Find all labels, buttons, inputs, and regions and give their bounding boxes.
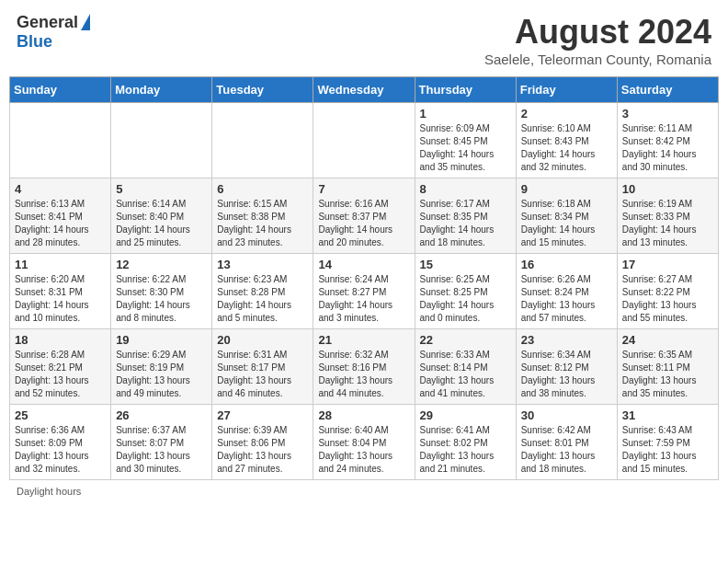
day-info: Sunrise: 6:09 AM Sunset: 8:45 PM Dayligh…	[420, 122, 511, 174]
day-info: Sunrise: 6:14 AM Sunset: 8:40 PM Dayligh…	[116, 198, 207, 249]
calendar-day-header: Tuesday	[212, 77, 313, 103]
day-number: 15	[420, 258, 511, 271]
calendar-day-cell: 25Sunrise: 6:36 AM Sunset: 8:09 PM Dayli…	[10, 405, 111, 480]
calendar-day-cell: 27Sunrise: 6:39 AM Sunset: 8:06 PM Dayli…	[212, 405, 313, 480]
logo-general-text: General	[17, 13, 78, 32]
page-header: General Blue August 2024 Saelele, Teleor…	[9, 9, 719, 71]
day-number: 7	[318, 182, 409, 196]
calendar-week-row: 1Sunrise: 6:09 AM Sunset: 8:45 PM Daylig…	[10, 103, 719, 178]
day-number: 28	[318, 408, 409, 422]
calendar-day-cell: 9Sunrise: 6:18 AM Sunset: 8:34 PM Daylig…	[516, 178, 617, 254]
main-title: August 2024	[484, 13, 711, 52]
day-info: Sunrise: 6:33 AM Sunset: 8:14 PM Dayligh…	[420, 349, 511, 400]
calendar-day-cell: 3Sunrise: 6:11 AM Sunset: 8:42 PM Daylig…	[617, 103, 718, 178]
day-number: 31	[622, 408, 713, 422]
day-info: Sunrise: 6:39 AM Sunset: 8:06 PM Dayligh…	[217, 424, 308, 476]
day-number: 20	[217, 333, 308, 347]
calendar-day-cell: 7Sunrise: 6:16 AM Sunset: 8:37 PM Daylig…	[313, 178, 415, 254]
day-number: 17	[622, 258, 713, 271]
logo: General Blue	[17, 13, 90, 52]
day-number: 12	[116, 258, 207, 271]
day-info: Sunrise: 6:36 AM Sunset: 8:09 PM Dayligh…	[15, 424, 106, 476]
day-number: 6	[217, 182, 308, 196]
day-info: Sunrise: 6:29 AM Sunset: 8:19 PM Dayligh…	[116, 349, 207, 400]
footer: Daylight hours	[9, 486, 719, 497]
calendar-day-cell: 6Sunrise: 6:15 AM Sunset: 8:38 PM Daylig…	[212, 178, 313, 254]
day-info: Sunrise: 6:43 AM Sunset: 7:59 PM Dayligh…	[622, 424, 713, 476]
day-number: 18	[15, 333, 106, 347]
day-number: 26	[116, 408, 207, 422]
calendar-week-row: 11Sunrise: 6:20 AM Sunset: 8:31 PM Dayli…	[10, 254, 719, 329]
calendar-day-cell: 13Sunrise: 6:23 AM Sunset: 8:28 PM Dayli…	[212, 254, 313, 329]
day-info: Sunrise: 6:24 AM Sunset: 8:27 PM Dayligh…	[318, 273, 409, 325]
calendar-day-cell: 15Sunrise: 6:25 AM Sunset: 8:25 PM Dayli…	[415, 254, 516, 329]
day-info: Sunrise: 6:11 AM Sunset: 8:42 PM Dayligh…	[622, 122, 713, 174]
calendar-week-row: 25Sunrise: 6:36 AM Sunset: 8:09 PM Dayli…	[10, 405, 719, 480]
calendar-week-row: 4Sunrise: 6:13 AM Sunset: 8:41 PM Daylig…	[10, 178, 719, 254]
day-info: Sunrise: 6:17 AM Sunset: 8:35 PM Dayligh…	[420, 198, 511, 249]
day-number: 30	[521, 408, 612, 422]
calendar-day-header: Sunday	[10, 77, 111, 103]
calendar-day-cell	[212, 103, 313, 178]
daylight-label: Daylight hours	[17, 486, 81, 497]
calendar-day-cell: 2Sunrise: 6:10 AM Sunset: 8:43 PM Daylig…	[516, 103, 617, 178]
calendar-day-cell: 20Sunrise: 6:31 AM Sunset: 8:17 PM Dayli…	[212, 329, 313, 405]
day-info: Sunrise: 6:41 AM Sunset: 8:02 PM Dayligh…	[420, 424, 511, 476]
day-number: 9	[521, 182, 612, 196]
day-info: Sunrise: 6:26 AM Sunset: 8:24 PM Dayligh…	[521, 273, 612, 325]
calendar-day-cell: 23Sunrise: 6:34 AM Sunset: 8:12 PM Dayli…	[516, 329, 617, 405]
calendar-day-cell: 8Sunrise: 6:17 AM Sunset: 8:35 PM Daylig…	[415, 178, 516, 254]
day-info: Sunrise: 6:22 AM Sunset: 8:30 PM Dayligh…	[116, 273, 207, 325]
calendar-day-cell: 29Sunrise: 6:41 AM Sunset: 8:02 PM Dayli…	[415, 405, 516, 480]
calendar-day-cell: 22Sunrise: 6:33 AM Sunset: 8:14 PM Dayli…	[415, 329, 516, 405]
day-number: 1	[420, 107, 511, 121]
calendar-day-cell: 4Sunrise: 6:13 AM Sunset: 8:41 PM Daylig…	[10, 178, 111, 254]
day-number: 5	[116, 182, 207, 196]
day-number: 4	[15, 182, 106, 196]
day-info: Sunrise: 6:42 AM Sunset: 8:01 PM Dayligh…	[521, 424, 612, 476]
logo-text: General	[17, 13, 90, 32]
day-info: Sunrise: 6:25 AM Sunset: 8:25 PM Dayligh…	[420, 273, 511, 325]
calendar-day-cell: 28Sunrise: 6:40 AM Sunset: 8:04 PM Dayli…	[313, 405, 415, 480]
calendar-table: SundayMondayTuesdayWednesdayThursdayFrid…	[9, 76, 719, 480]
day-info: Sunrise: 6:19 AM Sunset: 8:33 PM Dayligh…	[622, 198, 713, 249]
calendar-day-header: Friday	[516, 77, 617, 103]
title-section: August 2024 Saelele, Teleorman County, R…	[484, 13, 711, 67]
logo-triangle-icon	[81, 14, 90, 30]
calendar-day-cell: 14Sunrise: 6:24 AM Sunset: 8:27 PM Dayli…	[313, 254, 415, 329]
calendar-day-cell: 30Sunrise: 6:42 AM Sunset: 8:01 PM Dayli…	[516, 405, 617, 480]
calendar-day-cell: 26Sunrise: 6:37 AM Sunset: 8:07 PM Dayli…	[111, 405, 212, 480]
day-info: Sunrise: 6:35 AM Sunset: 8:11 PM Dayligh…	[622, 349, 713, 400]
calendar-day-cell: 12Sunrise: 6:22 AM Sunset: 8:30 PM Dayli…	[111, 254, 212, 329]
logo-blue-text: Blue	[17, 32, 52, 52]
day-number: 29	[420, 408, 511, 422]
day-info: Sunrise: 6:32 AM Sunset: 8:16 PM Dayligh…	[318, 349, 409, 400]
day-number: 14	[318, 258, 409, 271]
day-number: 10	[622, 182, 713, 196]
calendar-day-header: Monday	[111, 77, 212, 103]
calendar-day-cell: 17Sunrise: 6:27 AM Sunset: 8:22 PM Dayli…	[617, 254, 718, 329]
calendar-day-cell	[111, 103, 212, 178]
day-info: Sunrise: 6:37 AM Sunset: 8:07 PM Dayligh…	[116, 424, 207, 476]
day-info: Sunrise: 6:27 AM Sunset: 8:22 PM Dayligh…	[622, 273, 713, 325]
calendar-day-cell	[10, 103, 111, 178]
calendar-day-cell: 10Sunrise: 6:19 AM Sunset: 8:33 PM Dayli…	[617, 178, 718, 254]
day-number: 13	[217, 258, 308, 271]
calendar-day-cell: 1Sunrise: 6:09 AM Sunset: 8:45 PM Daylig…	[415, 103, 516, 178]
calendar-day-header: Wednesday	[313, 77, 415, 103]
day-number: 8	[420, 182, 511, 196]
day-info: Sunrise: 6:13 AM Sunset: 8:41 PM Dayligh…	[15, 198, 106, 249]
day-number: 22	[420, 333, 511, 347]
calendar-day-cell: 24Sunrise: 6:35 AM Sunset: 8:11 PM Dayli…	[617, 329, 718, 405]
day-number: 23	[521, 333, 612, 347]
calendar-day-cell: 11Sunrise: 6:20 AM Sunset: 8:31 PM Dayli…	[10, 254, 111, 329]
subtitle: Saelele, Teleorman County, Romania	[484, 52, 711, 67]
day-number: 16	[521, 258, 612, 271]
day-number: 3	[622, 107, 713, 121]
day-number: 11	[15, 258, 106, 271]
day-info: Sunrise: 6:31 AM Sunset: 8:17 PM Dayligh…	[217, 349, 308, 400]
calendar-week-row: 18Sunrise: 6:28 AM Sunset: 8:21 PM Dayli…	[10, 329, 719, 405]
calendar-day-cell: 21Sunrise: 6:32 AM Sunset: 8:16 PM Dayli…	[313, 329, 415, 405]
day-number: 27	[217, 408, 308, 422]
day-number: 19	[116, 333, 207, 347]
